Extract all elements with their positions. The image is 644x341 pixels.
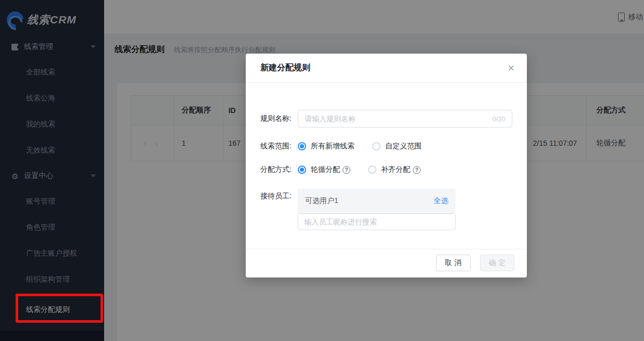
modal-body: 规则名称: 0/20 线索范围: 所有新增线索 自定义范围 [246,83,527,230]
scope-option-custom[interactable]: 自定义范围 [372,142,422,151]
select-all-link[interactable]: 全选 [434,196,448,206]
method-option-fill-up[interactable]: 补齐分配 ? [368,165,421,174]
annotation-highlight-box [16,294,103,323]
staff-search-input[interactable] [298,213,456,230]
method-row: 分配方式: 轮循分配 ? 补齐分配 ? [260,165,512,174]
staff-panel-title: 可选用户1 [305,196,338,206]
method-options: 轮循分配 ? 补齐分配 ? [298,165,421,174]
cancel-button[interactable]: 取消 [436,255,471,271]
char-counter: 0/20 [493,115,506,123]
rule-name-row: 规则名称: 0/20 [260,110,512,128]
radio-unchecked-icon [368,166,376,174]
scope-row: 线索范围: 所有新增线索 自定义范围 [260,142,512,151]
method-label: 分配方式: [260,165,298,174]
rule-name-label: 规则名称: [260,114,298,123]
modal-footer: 取消 确定 [246,249,527,277]
radio-checked-icon [298,142,306,150]
staff-panel: 可选用户1 全选 [298,188,456,230]
confirm-button[interactable]: 确定 [480,255,514,271]
rule-name-input[interactable] [305,115,488,123]
modal-header: 新建分配规则 × [246,54,527,83]
scope-option-all-new[interactable]: 所有新增线索 [298,142,355,151]
scope-options: 所有新增线索 自定义范围 [298,142,422,151]
radio-checked-icon [298,166,306,174]
new-rule-modal: 新建分配规则 × 规则名称: 0/20 线索范围: 所有新增线索 [246,54,527,277]
help-icon[interactable]: ? [343,166,350,174]
modal-title: 新建分配规则 [260,62,310,73]
method-option-round-robin[interactable]: 轮循分配 ? [298,165,350,174]
rule-name-field: 0/20 [298,110,512,128]
staff-row: 接待员工: 可选用户1 全选 [260,188,512,230]
staff-label: 接待员工: [260,188,298,201]
radio-unchecked-icon [372,142,381,150]
scope-label: 线索范围: [260,142,298,151]
staff-panel-header: 可选用户1 全选 [298,188,456,213]
help-icon[interactable]: ? [413,166,421,174]
close-icon[interactable]: × [508,62,514,74]
